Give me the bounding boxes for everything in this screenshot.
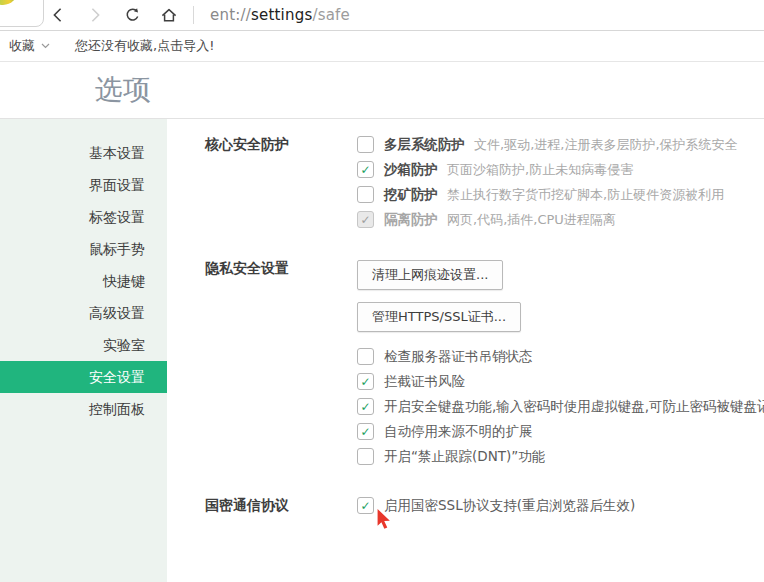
checkbox-row: 沙箱防护 页面沙箱防护,防止未知病毒侵害 (357, 157, 764, 182)
checkbox[interactable] (357, 161, 374, 178)
checkbox-row: 开启“禁止跟踪(DNT)”功能 (357, 444, 764, 469)
section-action-button[interactable]: 清理上网痕迹设置... (357, 260, 503, 290)
checkbox-row: 拦截证书风险 (357, 369, 764, 394)
sidebar-item-label: 快捷键 (103, 273, 145, 289)
sidebar-item[interactable]: 快捷键 (0, 265, 167, 297)
checkbox-label: 拦截证书风险 (384, 373, 465, 391)
sidebar-item-label: 鼠标手势 (89, 241, 145, 257)
checkbox-label: 检查服务器证书吊销状态 (384, 348, 533, 366)
checkbox[interactable] (357, 136, 374, 153)
checkbox-row: 自动停用来源不明的扩展 (357, 419, 764, 444)
section-body: 启用国密SSL协议支持(重启浏览器后生效) (357, 493, 764, 518)
sidebar-item-label: 高级设置 (89, 305, 145, 321)
browser-window: ent://settings/safe 收藏 您还没有收藏,点击导入! 选项 基… (0, 0, 764, 582)
checkbox-label: 开启“禁止跟踪(DNT)”功能 (384, 448, 545, 466)
bookmarks-empty-message[interactable]: 您还没有收藏,点击导入! (75, 37, 214, 55)
checkbox-label: 多层系统防护 (384, 136, 465, 154)
forward-button[interactable] (86, 6, 104, 24)
browser-logo-icon (0, 0, 18, 5)
sidebar-item[interactable]: 基本设置 (0, 137, 167, 169)
browser-tab[interactable] (0, 0, 44, 27)
checkbox-description: 页面沙箱防护,防止未知病毒侵害 (447, 161, 633, 179)
section-rows: 多层系统防护 文件,驱动,进程,注册表多层防护,保护系统安全 沙箱防护 页面沙箱… (357, 132, 764, 232)
page-title: 选项 (95, 71, 151, 109)
favorites-menu[interactable]: 收藏 (9, 37, 50, 55)
checkbox-label: 启用国密SSL协议支持(重启浏览器后生效) (384, 497, 635, 515)
section-body: 清理上网痕迹设置...管理HTTPS/SSL证书... 检查服务器证书吊销状态 … (357, 256, 764, 469)
checkbox[interactable] (357, 398, 374, 415)
back-button[interactable] (49, 6, 67, 24)
section-body: 多层系统防护 文件,驱动,进程,注册表多层防护,保护系统安全 沙箱防护 页面沙箱… (357, 132, 764, 232)
chevron-down-icon (41, 43, 50, 49)
sidebar-item[interactable]: 标签设置 (0, 201, 167, 233)
settings-section: 国密通信协议 启用国密SSL协议支持(重启浏览器后生效) (205, 493, 764, 518)
checkbox-row: 检查服务器证书吊销状态 (357, 344, 764, 369)
checkbox[interactable] (357, 211, 374, 228)
sidebar-item[interactable]: 安全设置 (0, 361, 167, 393)
checkbox-label: 沙箱防护 (384, 161, 438, 179)
checkbox[interactable] (357, 423, 374, 440)
checkbox-row: 开启安全键盘功能,输入密码时使用虚拟键盘,可防止密码被键盘记 (357, 394, 764, 419)
url-host: settings (251, 6, 312, 24)
checkbox-row: 启用国密SSL协议支持(重启浏览器后生效) (357, 493, 764, 518)
sidebar-item[interactable]: 鼠标手势 (0, 233, 167, 265)
checkbox-row: 多层系统防护 文件,驱动,进程,注册表多层防护,保护系统安全 (357, 132, 764, 157)
sidebar-item[interactable]: 高级设置 (0, 297, 167, 329)
section-action-button[interactable]: 管理HTTPS/SSL证书... (357, 302, 521, 332)
sidebar-item-label: 实验室 (103, 337, 145, 353)
checkbox-description: 网页,代码,插件,CPU进程隔离 (447, 211, 616, 229)
forward-icon (87, 7, 103, 23)
sidebar-item-label: 界面设置 (89, 177, 145, 193)
sidebar-item-label: 安全设置 (89, 369, 145, 385)
section-rows: 检查服务器证书吊销状态 拦截证书风险 开启安全键盘功能,输入密码时使用虚拟键盘,… (357, 344, 764, 469)
section-label: 国密通信协议 (205, 493, 357, 518)
sidebar-item-label: 控制面板 (89, 401, 145, 417)
sidebar-item-label: 标签设置 (89, 209, 145, 225)
checkbox-label: 挖矿防护 (384, 186, 438, 204)
settings-section: 核心安全防护 多层系统防护 文件,驱动,进程,注册表多层防护,保护系统安全 沙箱… (205, 132, 764, 232)
bookmarks-bar: 收藏 您还没有收藏,点击导入! (0, 31, 764, 62)
sidebar-item-label: 基本设置 (89, 145, 145, 161)
toolbar-divider (193, 6, 194, 24)
checkbox[interactable] (357, 497, 374, 514)
checkbox-label: 自动停用来源不明的扩展 (384, 423, 533, 441)
section-label: 核心安全防护 (205, 132, 357, 157)
browser-chrome: ent://settings/safe (0, 0, 764, 31)
sidebar-item[interactable]: 控制面板 (0, 393, 167, 425)
section-buttons: 清理上网痕迹设置...管理HTTPS/SSL证书... (357, 260, 764, 332)
home-icon (160, 7, 178, 24)
address-bar[interactable]: ent://settings/safe (210, 6, 350, 24)
checkbox[interactable] (357, 448, 374, 465)
checkbox[interactable] (357, 373, 374, 390)
checkbox-row: 挖矿防护 禁止执行数字货币挖矿脚本,防止硬件资源被利用 (357, 182, 764, 207)
checkbox-row: 隔离防护 网页,代码,插件,CPU进程隔离 (357, 207, 764, 232)
settings-sections: 核心安全防护 多层系统防护 文件,驱动,进程,注册表多层防护,保护系统安全 沙箱… (167, 119, 764, 582)
checkbox-label: 开启安全键盘功能,输入密码时使用虚拟键盘,可防止密码被键盘记 (384, 398, 764, 416)
section-rows: 启用国密SSL协议支持(重启浏览器后生效) (357, 493, 764, 518)
refresh-icon (124, 7, 141, 24)
checkbox[interactable] (357, 186, 374, 203)
url-scheme: ent:// (210, 6, 251, 24)
section-label: 隐私安全设置 (205, 256, 357, 281)
sidebar-item[interactable]: 界面设置 (0, 169, 167, 201)
page-title-bar: 选项 (0, 62, 764, 119)
nav-buttons (49, 6, 178, 24)
checkbox-description: 文件,驱动,进程,注册表多层防护,保护系统安全 (474, 136, 738, 154)
url-path: /safe (312, 6, 350, 24)
refresh-button[interactable] (123, 6, 141, 24)
back-icon (50, 7, 66, 23)
checkbox-label: 隔离防护 (384, 211, 438, 229)
favorites-label: 收藏 (9, 37, 35, 55)
settings-page: 选项 基本设置 界面设置 标签设置 鼠标手势 快捷键 高级设置 实验室 安全设置… (0, 62, 764, 582)
sidebar-item[interactable]: 实验室 (0, 329, 167, 361)
checkbox-description: 禁止执行数字货币挖矿脚本,防止硬件资源被利用 (447, 186, 724, 204)
home-button[interactable] (160, 6, 178, 24)
mouse-cursor-icon (377, 508, 391, 530)
settings-section: 隐私安全设置 清理上网痕迹设置...管理HTTPS/SSL证书... 检查服务器… (205, 256, 764, 469)
sidebar-menu: 基本设置 界面设置 标签设置 鼠标手势 快捷键 高级设置 实验室 安全设置 控制… (0, 119, 167, 582)
checkbox[interactable] (357, 348, 374, 365)
